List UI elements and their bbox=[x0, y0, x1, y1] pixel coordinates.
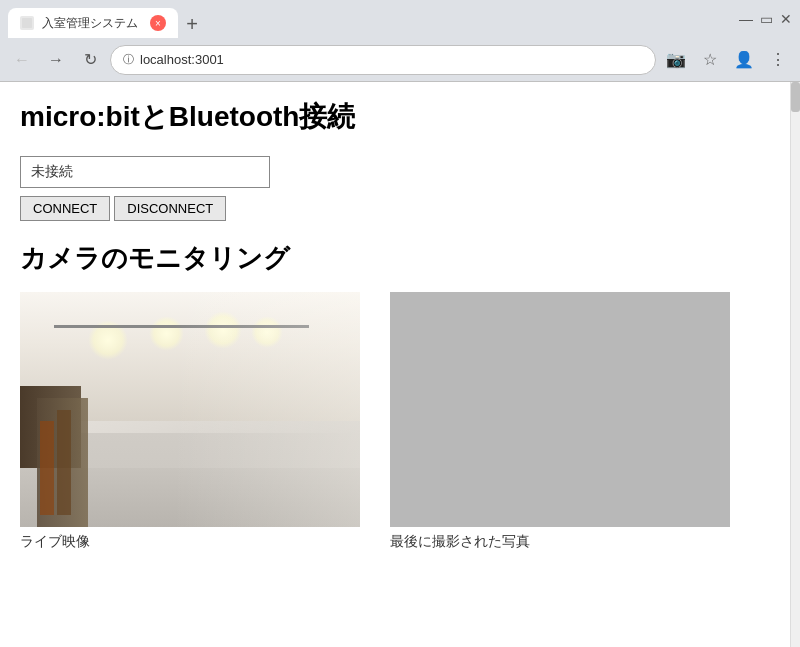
reload-button[interactable]: ↻ bbox=[76, 46, 104, 74]
browser-window: 入室管理システム × + — ▭ ✕ ← → ↻ ⓘ localhost:300… bbox=[0, 0, 800, 647]
lock-icon: ⓘ bbox=[123, 52, 134, 67]
camera-icon-button[interactable]: 📷 bbox=[662, 46, 690, 74]
room-image bbox=[20, 292, 360, 527]
camera-grid: ライブ映像 最後に撮影された写真 bbox=[20, 292, 770, 551]
clothes-1 bbox=[40, 421, 54, 515]
connect-button[interactable]: CONNECT bbox=[20, 196, 110, 221]
bookmark-button[interactable]: ☆ bbox=[696, 46, 724, 74]
scrollbar[interactable] bbox=[790, 82, 800, 647]
live-feed-item: ライブ映像 bbox=[20, 292, 360, 551]
tab-title: 入室管理システム bbox=[42, 15, 138, 32]
tab-close-button[interactable]: × bbox=[150, 15, 166, 31]
url-text: localhost:3001 bbox=[140, 52, 224, 67]
last-photo-feed bbox=[390, 292, 730, 527]
connection-button-group: CONNECT DISCONNECT bbox=[20, 196, 770, 221]
title-bar: 入室管理システム × + — ▭ ✕ bbox=[0, 0, 800, 38]
page-content: micro:bitとBluetooth接続 未接続 CONNECT DISCON… bbox=[0, 82, 800, 647]
close-button[interactable]: ✕ bbox=[780, 13, 792, 25]
scrollbar-thumb[interactable] bbox=[791, 82, 800, 112]
disconnect-button[interactable]: DISCONNECT bbox=[114, 196, 226, 221]
connection-status-box: 未接続 bbox=[20, 156, 270, 188]
last-photo-item: 最後に撮影された写真 bbox=[390, 292, 730, 551]
menu-button[interactable]: ⋮ bbox=[764, 46, 792, 74]
window-controls: — ▭ ✕ bbox=[740, 13, 792, 25]
page-title: micro:bitとBluetooth接続 bbox=[20, 98, 770, 136]
toolbar: ← → ↻ ⓘ localhost:3001 📷 ☆ 👤 ⋮ bbox=[0, 38, 800, 82]
minimize-button[interactable]: — bbox=[740, 13, 752, 25]
live-feed bbox=[20, 292, 360, 527]
last-photo-label: 最後に撮影された写真 bbox=[390, 533, 730, 551]
back-button[interactable]: ← bbox=[8, 46, 36, 74]
bright-area bbox=[173, 292, 360, 527]
camera-section-title: カメラのモニタリング bbox=[20, 241, 770, 276]
toolbar-actions: 📷 ☆ 👤 ⋮ bbox=[662, 46, 792, 74]
svg-rect-0 bbox=[22, 18, 32, 28]
maximize-button[interactable]: ▭ bbox=[760, 13, 772, 25]
browser-tab[interactable]: 入室管理システム × bbox=[8, 8, 178, 38]
live-feed-label: ライブ映像 bbox=[20, 533, 360, 551]
forward-button[interactable]: → bbox=[42, 46, 70, 74]
account-button[interactable]: 👤 bbox=[730, 46, 758, 74]
new-tab-button[interactable]: + bbox=[178, 10, 206, 38]
page-inner: micro:bitとBluetooth接続 未接続 CONNECT DISCON… bbox=[0, 82, 790, 647]
clothes-2 bbox=[57, 410, 71, 516]
connection-section: 未接続 CONNECT DISCONNECT bbox=[20, 156, 770, 221]
address-bar[interactable]: ⓘ localhost:3001 bbox=[110, 45, 656, 75]
tab-favicon bbox=[20, 16, 34, 30]
tab-bar: 入室管理システム × + bbox=[8, 0, 728, 38]
